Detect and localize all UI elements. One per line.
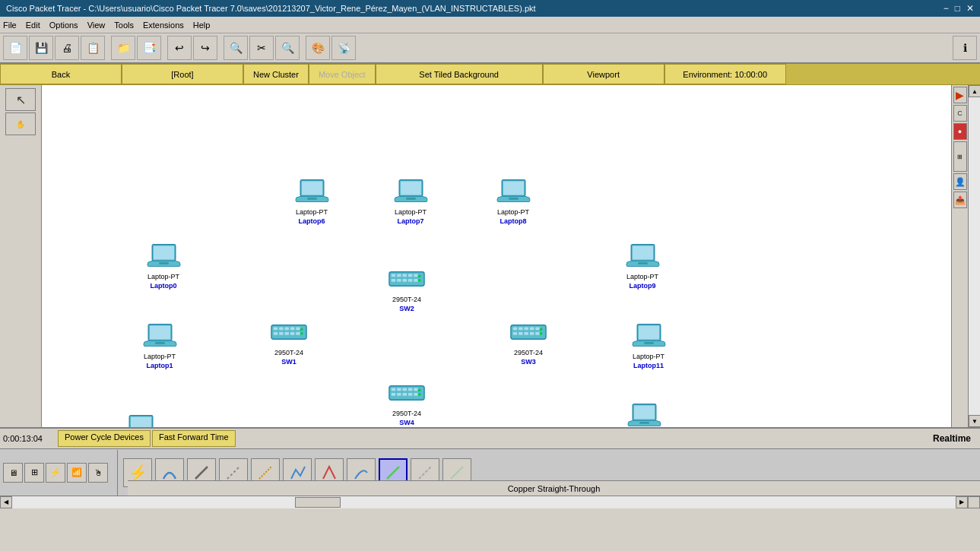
hub-icon[interactable]: ⚡: [46, 463, 65, 483]
move-object-button[interactable]: Move Object: [309, 64, 376, 84]
svg-point-72: [418, 393, 421, 396]
menu-edit[interactable]: Edit: [26, 21, 40, 30]
select-button[interactable]: ✂: [249, 36, 274, 60]
svg-rect-67: [397, 393, 401, 396]
new-cluster-button[interactable]: New Cluster: [243, 64, 309, 84]
environment-button[interactable]: Environment: 10:00:00: [664, 64, 786, 84]
menu-view[interactable]: View: [87, 21, 106, 30]
device-sublabel-laptop6: Laptop6: [299, 217, 325, 226]
right-panel-red[interactable]: ●: [953, 123, 967, 140]
menu-options[interactable]: Options: [49, 21, 78, 30]
device-label-laptop7: Laptop-PT: [395, 208, 427, 217]
zoom-out-button[interactable]: 🔍: [275, 36, 300, 60]
svg-rect-42: [150, 326, 170, 340]
device-sw2[interactable]: 2950T-24SW2: [388, 264, 426, 313]
router-icon[interactable]: 🖥: [3, 463, 23, 483]
save-button[interactable]: 💾: [29, 36, 53, 60]
svg-line-88: [195, 467, 208, 479]
scroll-right-button[interactable]: ▶: [956, 496, 968, 508]
device-label-sw2: 2950T-24: [392, 296, 421, 305]
redo-button[interactable]: ↪: [193, 36, 217, 60]
minimize-button[interactable]: −: [944, 3, 949, 14]
svg-line-92: [419, 467, 431, 479]
device-label-laptop6: Laptop-PT: [296, 208, 328, 217]
device-laptop10[interactable]: Laptop-PTLaptop10: [625, 401, 663, 427]
wireless-icon[interactable]: 📶: [67, 463, 87, 483]
svg-rect-15: [402, 274, 407, 277]
svg-rect-1: [302, 182, 322, 195]
device-label-laptop8: Laptop-PT: [497, 208, 529, 217]
set-tiled-background-button[interactable]: Set Tiled Background: [376, 64, 543, 84]
scroll-track-h[interactable]: [12, 496, 956, 508]
device-laptop7[interactable]: Laptop-PTLaptop7: [392, 176, 430, 226]
svg-rect-31: [284, 328, 289, 331]
svg-rect-48: [530, 328, 534, 331]
power-cycle-button[interactable]: Power Cycle Devices: [58, 430, 151, 447]
right-panel-arrow[interactable]: ▶: [953, 87, 967, 103]
device-label-laptop0: Laptop-PT: [147, 273, 179, 282]
right-panel-share[interactable]: 📤: [953, 192, 967, 208]
svg-rect-50: [513, 332, 518, 335]
info-button[interactable]: ℹ: [953, 36, 977, 60]
root-button[interactable]: [Root]: [122, 64, 243, 84]
device-laptop11[interactable]: Laptop-PTLaptop11: [630, 321, 668, 370]
horizontal-scrollbar[interactable]: ◀ ▶: [0, 496, 980, 508]
svg-line-91: [387, 467, 399, 479]
vertical-scrollbar[interactable]: ▲ ▼: [968, 85, 980, 427]
device-sublabel-sw2: SW2: [399, 305, 414, 314]
device-sublabel-laptop7: Laptop7: [398, 217, 424, 226]
scroll-up-button[interactable]: ▲: [969, 85, 980, 97]
menu-file[interactable]: File: [3, 21, 17, 30]
close-button[interactable]: ✕: [966, 3, 974, 14]
undo-button[interactable]: ↩: [167, 36, 192, 60]
paste-button[interactable]: 📑: [137, 36, 161, 60]
scroll-thumb-h[interactable]: [295, 497, 341, 508]
device-laptop9[interactable]: Laptop-PTLaptop9: [623, 241, 661, 290]
back-button[interactable]: Back: [0, 64, 122, 84]
copy-button[interactable]: 📋: [81, 36, 105, 60]
bottom-status-bar: 0:00:13:04 Power Cycle Devices Fast Forw…: [0, 427, 980, 448]
new-button[interactable]: 📄: [3, 36, 27, 60]
device-sw4[interactable]: 2950T-24SW4: [388, 378, 426, 427]
zoom-in-button[interactable]: 🔍: [224, 36, 248, 60]
left-tool-move[interactable]: ✋: [5, 112, 36, 135]
left-tool-select[interactable]: ↖: [5, 88, 36, 111]
scroll-corner: [968, 496, 980, 508]
right-panel-grid[interactable]: ⊞: [953, 141, 967, 172]
device-laptop2[interactable]: Laptop-PTLaptop2: [122, 412, 160, 427]
svg-point-40: [300, 332, 303, 335]
svg-rect-58: [639, 326, 659, 340]
left-panel: ↖ ✋: [0, 85, 42, 427]
svg-rect-19: [397, 279, 401, 282]
open-button[interactable]: 📁: [111, 36, 135, 60]
device-laptop8[interactable]: Laptop-PTLaptop8: [494, 176, 532, 226]
palette-button[interactable]: 🎨: [306, 36, 330, 60]
switch-icon[interactable]: ⊞: [24, 463, 44, 483]
svg-rect-4: [401, 182, 421, 195]
right-panel-c[interactable]: C: [953, 105, 967, 122]
network-button[interactable]: 📡: [331, 36, 356, 60]
right-panel-person[interactable]: 👤: [953, 173, 967, 190]
menu-help[interactable]: Help: [193, 21, 211, 30]
scroll-track[interactable]: [969, 97, 980, 415]
svg-rect-35: [279, 332, 284, 335]
titlebar-title: Cisco Packet Tracer - C:\Users\usuario\C…: [6, 4, 536, 13]
device-sw1[interactable]: 2950T-24SW1: [270, 317, 308, 366]
fast-forward-button[interactable]: Fast Forward Time: [152, 430, 236, 447]
device-laptop1[interactable]: Laptop-PTLaptop1: [141, 321, 179, 370]
print-button[interactable]: 🖨: [55, 36, 79, 60]
menu-tools[interactable]: Tools: [114, 21, 134, 30]
device-sw3[interactable]: 2950T-24SW3: [509, 317, 547, 366]
viewport-button[interactable]: Viewport: [543, 64, 664, 84]
scroll-left-button[interactable]: ◀: [0, 496, 12, 508]
scroll-down-button[interactable]: ▼: [969, 415, 980, 427]
svg-rect-59: [644, 342, 654, 344]
menu-extensions[interactable]: Extensions: [143, 21, 184, 30]
canvas-area[interactable]: Laptop-PTLaptop6 Laptop-PTLaptop7 Laptop…: [42, 85, 951, 427]
svg-rect-33: [296, 328, 300, 331]
device-sublabel-laptop1: Laptop1: [147, 362, 173, 371]
maximize-button[interactable]: □: [955, 3, 960, 14]
device-laptop6[interactable]: Laptop-PTLaptop6: [293, 176, 331, 226]
device-laptop0[interactable]: Laptop-PTLaptop0: [144, 241, 182, 290]
server-icon[interactable]: 🖱: [88, 463, 108, 483]
